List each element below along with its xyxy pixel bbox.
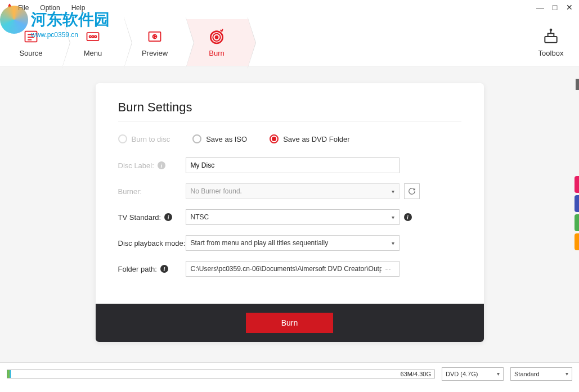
menu-file[interactable]: File xyxy=(18,4,29,12)
radio-icon xyxy=(270,134,279,143)
toolbox-button[interactable]: Toolbox xyxy=(523,19,579,66)
svg-point-17 xyxy=(550,29,552,31)
radio-save-as-iso[interactable]: Save as ISO xyxy=(192,134,247,143)
svg-point-7 xyxy=(95,35,97,38)
playback-mode-label: Disc playback mode: xyxy=(118,239,186,247)
panel-title: Burn Settings xyxy=(118,100,461,115)
burn-icon xyxy=(208,28,226,46)
burner-label: Burner: xyxy=(118,187,186,196)
statusbar: 63M/4.30G DVD (4.7G) ▾ Standard ▾ xyxy=(0,362,579,385)
info-icon[interactable]: i xyxy=(164,213,172,221)
side-tab[interactable] xyxy=(574,233,579,250)
settings-panel: Burn Settings Burn to disc Save as ISO S… xyxy=(96,83,484,342)
radio-label: Burn to disc xyxy=(132,135,170,143)
radio-save-as-dvd-folder[interactable]: Save as DVD Folder xyxy=(270,134,350,143)
svg-point-6 xyxy=(92,35,94,38)
menu-option[interactable]: Option xyxy=(40,4,60,12)
chevron-down-icon: ▾ xyxy=(392,188,394,195)
menu-icon xyxy=(84,28,102,46)
playback-mode-select[interactable]: Start from menu and play all titles sequ… xyxy=(186,235,400,251)
radio-label: Save as DVD Folder xyxy=(283,135,350,143)
refresh-burner-button[interactable] xyxy=(404,183,420,199)
panel-footer: Burn xyxy=(96,304,484,342)
main-area: Burn Settings Burn to disc Save as ISO S… xyxy=(0,66,579,362)
side-tabs xyxy=(574,176,579,253)
folder-path-label: Folder path: i xyxy=(118,265,186,273)
folder-path-input[interactable]: C:\Users\pc0359.cn-06\Documents\Aimersof… xyxy=(186,261,400,277)
toolbox-icon xyxy=(542,28,560,46)
step-burn[interactable]: Burn xyxy=(186,19,248,66)
step-label: Menu xyxy=(84,49,102,57)
info-icon[interactable]: i xyxy=(158,161,165,169)
chevron-down-icon: ▾ xyxy=(392,240,394,246)
minimize-button[interactable]: — xyxy=(535,2,545,12)
source-icon xyxy=(22,28,40,46)
divider xyxy=(118,121,461,122)
disc-label-label: Disc Label: i xyxy=(118,161,186,170)
edge-marker xyxy=(576,79,579,90)
burner-select: No Burner found. ▾ xyxy=(186,183,400,199)
radio-burn-to-disc: Burn to disc xyxy=(118,134,170,143)
playback-mode-row: Disc playback mode: Start from menu and … xyxy=(118,235,461,251)
browse-button[interactable]: ··· xyxy=(381,265,394,273)
chevron-down-icon: ▾ xyxy=(565,371,568,377)
disc-usage-bar: 63M/4.30G xyxy=(7,370,435,379)
refresh-icon xyxy=(408,187,416,195)
tv-standard-select[interactable]: NTSC ▾ xyxy=(186,209,400,225)
step-label: Preview xyxy=(142,49,168,57)
disc-label-row: Disc Label: i xyxy=(118,157,461,173)
chevron-down-icon: ▾ xyxy=(392,214,394,220)
close-button[interactable]: ✕ xyxy=(564,2,574,12)
side-tab[interactable] xyxy=(574,214,579,231)
step-label: Burn xyxy=(209,49,224,57)
radio-icon xyxy=(192,134,201,143)
step-source[interactable]: Source xyxy=(0,19,62,66)
tv-standard-label: TV Standard: i xyxy=(118,213,186,222)
radio-label: Save as ISO xyxy=(206,135,247,143)
output-type-radios: Burn to disc Save as ISO Save as DVD Fol… xyxy=(118,134,461,143)
menu-help[interactable]: Help xyxy=(71,4,86,12)
burner-row: Burner: No Burner found. ▾ xyxy=(118,183,461,199)
tv-standard-row: TV Standard: i NTSC ▾ i xyxy=(118,209,461,225)
app-icon xyxy=(5,3,15,13)
info-icon[interactable]: i xyxy=(160,265,168,273)
progress-fill xyxy=(7,370,11,378)
toolbox-label: Toolbox xyxy=(538,49,564,57)
step-menu[interactable]: Menu xyxy=(62,19,124,66)
progress-text: 63M/4.30G xyxy=(401,371,431,377)
svg-rect-4 xyxy=(87,33,99,40)
info-icon[interactable]: i xyxy=(404,213,412,221)
svg-point-13 xyxy=(215,36,218,39)
side-tab[interactable] xyxy=(574,195,579,212)
maximize-button[interactable]: □ xyxy=(550,2,560,12)
svg-point-5 xyxy=(89,35,92,38)
folder-path-row: Folder path: i C:\Users\pc0359.cn-06\Doc… xyxy=(118,261,461,277)
svg-marker-10 xyxy=(154,35,156,38)
titlebar: File Option Help — □ ✕ xyxy=(0,0,579,16)
step-preview[interactable]: Preview xyxy=(124,19,186,66)
step-nav: Source Menu Preview Burn Toolbox xyxy=(0,16,579,66)
svg-rect-14 xyxy=(545,37,556,43)
burn-button[interactable]: Burn xyxy=(246,313,333,333)
chevron-down-icon: ▾ xyxy=(497,371,500,377)
quality-select[interactable]: Standard ▾ xyxy=(510,367,572,381)
disc-type-select[interactable]: DVD (4.7G) ▾ xyxy=(442,367,504,381)
side-tab[interactable] xyxy=(574,176,579,193)
step-label: Source xyxy=(19,49,42,57)
radio-icon xyxy=(118,134,127,143)
disc-label-input[interactable] xyxy=(186,157,400,173)
svg-rect-15 xyxy=(548,34,554,37)
preview-icon xyxy=(146,28,164,46)
